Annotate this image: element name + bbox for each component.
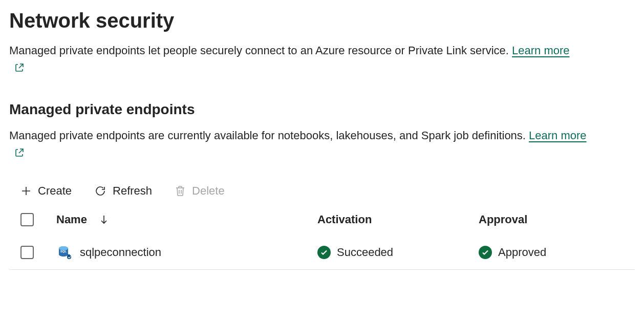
- delete-button: Delete: [175, 184, 225, 198]
- row-name: sqlpeconnection: [80, 246, 161, 259]
- learn-more-link-section[interactable]: Learn more: [529, 129, 587, 142]
- refresh-label: Refresh: [113, 184, 152, 198]
- row-activation: Succeeded: [337, 246, 393, 259]
- section-intro-text: Managed private endpoints are currently …: [9, 129, 529, 142]
- column-activation-label: Activation: [317, 213, 372, 226]
- sort-descending-icon: [99, 214, 109, 225]
- page-intro-text: Managed private endpoints let people sec…: [9, 44, 512, 57]
- refresh-button[interactable]: Refresh: [94, 184, 152, 198]
- page-intro: Managed private endpoints let people sec…: [9, 42, 588, 78]
- select-all-checkbox[interactable]: [20, 213, 34, 226]
- plus-icon: [20, 185, 32, 197]
- create-button[interactable]: Create: [20, 184, 72, 198]
- create-label: Create: [38, 184, 72, 198]
- section-title: Managed private endpoints: [9, 101, 635, 118]
- column-header-activation[interactable]: Activation: [317, 213, 479, 226]
- column-header-name[interactable]: Name: [56, 213, 317, 226]
- row-checkbox[interactable]: [20, 246, 34, 259]
- column-header-approval[interactable]: Approval: [479, 213, 635, 226]
- learn-more-link[interactable]: Learn more: [512, 44, 570, 57]
- column-approval-label: Approval: [479, 213, 527, 226]
- row-approval: Approved: [498, 246, 546, 259]
- page-title: Network security: [9, 8, 635, 33]
- table-row[interactable]: SQL sqlpeconnection Succeeded: [9, 237, 635, 270]
- status-success-icon: [479, 246, 492, 259]
- column-name-label: Name: [56, 213, 87, 226]
- refresh-icon: [94, 185, 106, 197]
- section-intro: Managed private endpoints are currently …: [9, 127, 588, 163]
- svg-text:SQL: SQL: [60, 250, 67, 253]
- endpoints-table: Name Activation Approval: [9, 213, 635, 270]
- delete-label: Delete: [192, 184, 225, 198]
- table-header: Name Activation Approval: [9, 213, 635, 237]
- trash-icon: [175, 185, 186, 197]
- external-link-icon: [14, 145, 25, 163]
- sql-database-icon: SQL: [56, 245, 73, 260]
- toolbar: Create Refresh Delete: [9, 184, 635, 198]
- external-link-icon: [14, 60, 25, 78]
- status-success-icon: [317, 246, 331, 259]
